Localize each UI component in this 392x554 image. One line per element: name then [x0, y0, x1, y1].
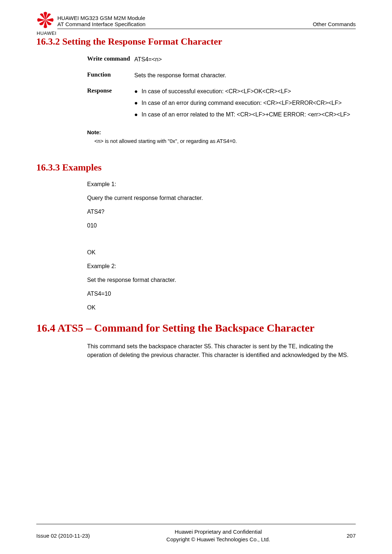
write-command-label: Write command [87, 55, 134, 64]
write-command-value: ATS4=<n> [134, 55, 356, 64]
bullet-icon: ● [134, 110, 142, 119]
example-line: OK [87, 249, 356, 256]
bullet-icon: ● [134, 87, 142, 96]
huawei-logo-icon [36, 11, 54, 29]
heading-16-4: 16.4 ATS5 – Command for Setting the Back… [36, 322, 356, 334]
response-bullet-2: In case of an error during command execu… [142, 99, 356, 107]
example-line: OK [87, 304, 356, 311]
example-line [87, 236, 356, 242]
bullet-icon: ● [134, 99, 142, 107]
response-bullet-1: In case of successful execution: <CR><LF… [142, 87, 356, 96]
footer-copyright: Copyright © Huawei Technologies Co., Ltd… [166, 535, 270, 543]
header-section-label: Other Commands [313, 21, 356, 27]
response-label: Response [87, 87, 134, 122]
footer-proprietary: Huawei Proprietary and Confidential [166, 528, 270, 535]
example-line: ATS4=10 [87, 291, 356, 297]
response-bullet-3: In case of an error related to the MT: <… [142, 110, 356, 119]
header-subtitle: AT Command Interface Specification [57, 21, 146, 27]
page-footer: Issue 02 (2010-11-23) Huawei Proprietary… [36, 524, 356, 543]
footer-page-number: 207 [347, 533, 356, 539]
examples-block: Example 1: Query the current response fo… [87, 181, 356, 311]
brand-text: HUAWEI [37, 30, 57, 36]
response-bullets: ● In case of successful execution: <CR><… [134, 87, 356, 122]
section-16-4-para: This command sets the backspace characte… [87, 342, 356, 360]
page-header: HUAWEI MG323 GSM M2M Module AT Command I… [0, 0, 392, 29]
example-line: 010 [87, 222, 356, 229]
example-line: ATS4? [87, 209, 356, 215]
note-block: Note: <n> is not allowed starting with "… [87, 129, 356, 144]
function-value: Sets the response format character. [134, 71, 356, 80]
example-line: Example 2: [87, 263, 356, 270]
note-label: Note: [87, 129, 356, 135]
example-line: Query the current response format charac… [87, 195, 356, 201]
heading-16-3-2: 16.3.2 Setting the Response Format Chara… [36, 36, 356, 47]
heading-16-3-3: 16.3.3 Examples [36, 162, 356, 173]
header-product-line: HUAWEI MG323 GSM M2M Module [57, 15, 356, 21]
function-label: Function [87, 71, 134, 80]
note-text: <n> is not allowed starting with "0x", o… [94, 138, 356, 144]
footer-issue: Issue 02 (2010-11-23) [36, 533, 90, 539]
example-line: Example 1: [87, 181, 356, 188]
example-line: Set the response format character. [87, 277, 356, 283]
command-table: Write command ATS4=<n> Function Sets the… [87, 55, 356, 122]
